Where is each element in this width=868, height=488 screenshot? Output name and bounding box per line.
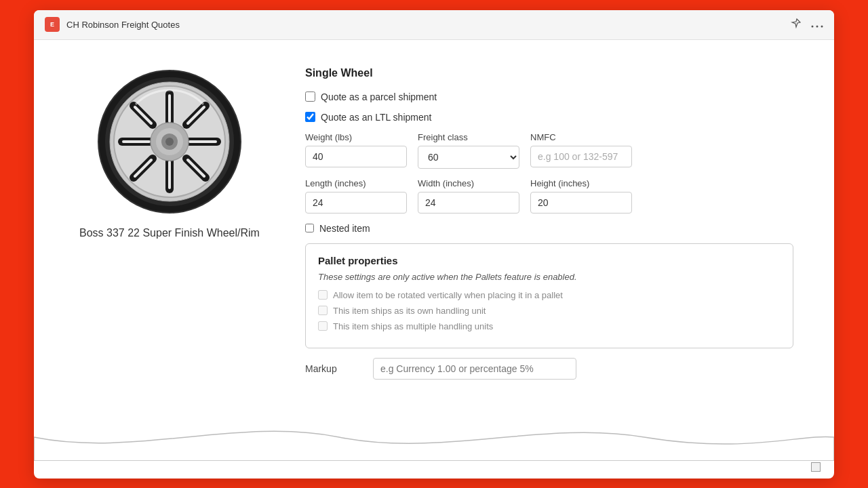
titlebar-left: E CH Robinson Freight Quotes [45, 17, 180, 32]
parcel-checkbox[interactable] [305, 92, 315, 102]
width-group: Width (inches) [418, 178, 519, 214]
section-title: Single Wheel [305, 67, 793, 79]
app-icon: E [45, 17, 60, 32]
weight-group: Weight (lbs) [305, 132, 407, 169]
pallet-subtitle: These settings are only active when the … [318, 272, 781, 282]
product-image [95, 67, 244, 216]
svg-point-28 [165, 138, 174, 146]
svg-point-4 [821, 26, 823, 28]
pallet-option-1-label: Allow item to be rotated vertically when… [333, 290, 563, 300]
pallet-title: Pallet properties [318, 255, 781, 266]
nmfc-label: NMFC [530, 132, 632, 142]
nmfc-group: NMFC [530, 132, 632, 169]
product-name: Boss 337 22 Super Finish Wheel/Rim [79, 227, 260, 239]
markup-input[interactable] [373, 358, 576, 380]
fields-row-2: Length (inches) Width (inches) Height (i… [305, 178, 793, 214]
app-title: CH Robinson Freight Quotes [66, 20, 180, 30]
markup-label: Markup [305, 363, 359, 374]
pallet-box: Pallet properties These settings are onl… [305, 243, 793, 348]
pallet-option-2: This item ships as its own handling unit [318, 306, 781, 316]
svg-point-3 [816, 26, 818, 28]
nested-label: Nested item [319, 223, 370, 234]
freight-class-group: Freight class 60 50 55 65 70 77.5 85 92.… [418, 132, 519, 169]
bottom-area [34, 413, 834, 479]
freight-class-label: Freight class [418, 132, 519, 142]
parcel-checkbox-row: Quote as a parcel shipment [305, 92, 793, 102]
height-input[interactable] [530, 192, 632, 214]
pallet-option-3: This item ships as multiple handling uni… [318, 321, 781, 331]
ltl-label: Quote as an LTL shipment [321, 112, 431, 123]
scroll-indicator[interactable] [811, 462, 821, 472]
app-window: E CH Robinson Freight Quotes [34, 10, 834, 479]
height-label: Height (inches) [530, 178, 632, 188]
main-content: Boss 337 22 Super Finish Wheel/Rim Singl… [34, 40, 834, 407]
pallet-option-2-checkbox [318, 306, 328, 315]
length-input[interactable] [305, 192, 407, 214]
length-label: Length (inches) [305, 178, 407, 188]
titlebar: E CH Robinson Freight Quotes [34, 10, 834, 40]
ltl-checkbox-row: Quote as an LTL shipment [305, 112, 793, 123]
pallet-option-2-label: This item ships as its own handling unit [333, 306, 486, 316]
height-group: Height (inches) [530, 178, 632, 214]
svg-text:E: E [50, 21, 54, 28]
nested-row: Nested item [305, 223, 793, 234]
freight-class-select[interactable]: 60 50 55 65 70 77.5 85 92.5 100 [418, 146, 519, 169]
weight-label: Weight (lbs) [305, 132, 407, 142]
pallet-option-3-checkbox [318, 321, 328, 331]
more-icon[interactable] [811, 18, 823, 30]
width-label: Width (inches) [418, 178, 519, 188]
left-panel: Boss 337 22 Super Finish Wheel/Rim [75, 67, 264, 380]
nested-checkbox[interactable] [305, 224, 314, 232]
nmfc-input[interactable] [530, 146, 632, 167]
ltl-checkbox[interactable] [305, 112, 315, 122]
fields-row-1: Weight (lbs) Freight class 60 50 55 65 7… [305, 132, 793, 169]
right-panel: Single Wheel Quote as a parcel shipment … [305, 67, 793, 380]
weight-input[interactable] [305, 146, 407, 167]
titlebar-actions [791, 18, 823, 31]
pallet-option-3-label: This item ships as multiple handling uni… [333, 321, 493, 331]
pallet-option-1-checkbox [318, 290, 328, 300]
markup-row: Markup [305, 358, 793, 380]
width-input[interactable] [418, 192, 519, 214]
pin-icon[interactable] [791, 18, 802, 31]
length-group: Length (inches) [305, 178, 407, 214]
pallet-option-1: Allow item to be rotated vertically when… [318, 290, 781, 300]
parcel-label: Quote as a parcel shipment [321, 92, 437, 102]
svg-point-2 [812, 26, 814, 28]
